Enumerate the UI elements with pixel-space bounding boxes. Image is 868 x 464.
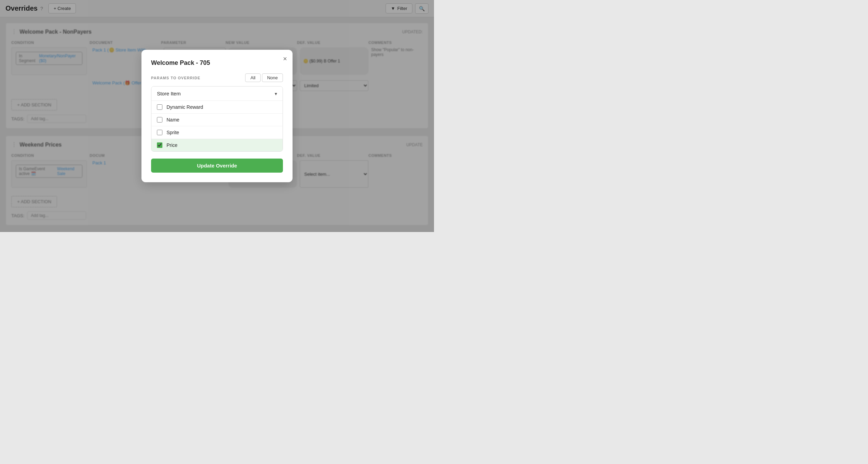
dynamic-reward-label[interactable]: Dynamic Reward	[167, 104, 203, 110]
modal-dialog: × Welcome Pack - 705 PARAMS TO OVERRIDE …	[141, 50, 293, 182]
update-override-button[interactable]: Update Override	[151, 159, 283, 173]
checkbox-item-name: Name	[151, 114, 283, 126]
store-item-dropdown[interactable]: Store Item ▾	[151, 86, 283, 101]
none-button[interactable]: None	[262, 73, 283, 82]
checkbox-container: Store Item ▾ Dynamic Reward Name Sprite	[151, 86, 283, 152]
all-button[interactable]: All	[245, 73, 260, 82]
name-checkbox[interactable]	[157, 117, 162, 123]
params-header: PARAMS TO OVERRIDE All None	[151, 73, 283, 82]
params-buttons: All None	[245, 73, 283, 82]
checkbox-item-price: Price	[151, 139, 283, 151]
price-checkbox[interactable]	[157, 142, 162, 148]
sprite-label[interactable]: Sprite	[167, 130, 179, 135]
price-label[interactable]: Price	[167, 142, 178, 148]
checkbox-item-dynamic-reward: Dynamic Reward	[151, 101, 283, 114]
dropdown-label: Store Item	[157, 91, 181, 96]
modal-title: Welcome Pack - 705	[151, 59, 283, 67]
dynamic-reward-checkbox[interactable]	[157, 104, 162, 110]
params-label: PARAMS TO OVERRIDE	[151, 76, 201, 80]
checkbox-item-sprite: Sprite	[151, 126, 283, 139]
sprite-checkbox[interactable]	[157, 130, 162, 135]
modal-close-button[interactable]: ×	[283, 55, 287, 62]
name-label[interactable]: Name	[167, 117, 179, 123]
modal-overlay[interactable]: × Welcome Pack - 705 PARAMS TO OVERRIDE …	[0, 0, 434, 232]
chevron-down-icon: ▾	[275, 91, 277, 96]
